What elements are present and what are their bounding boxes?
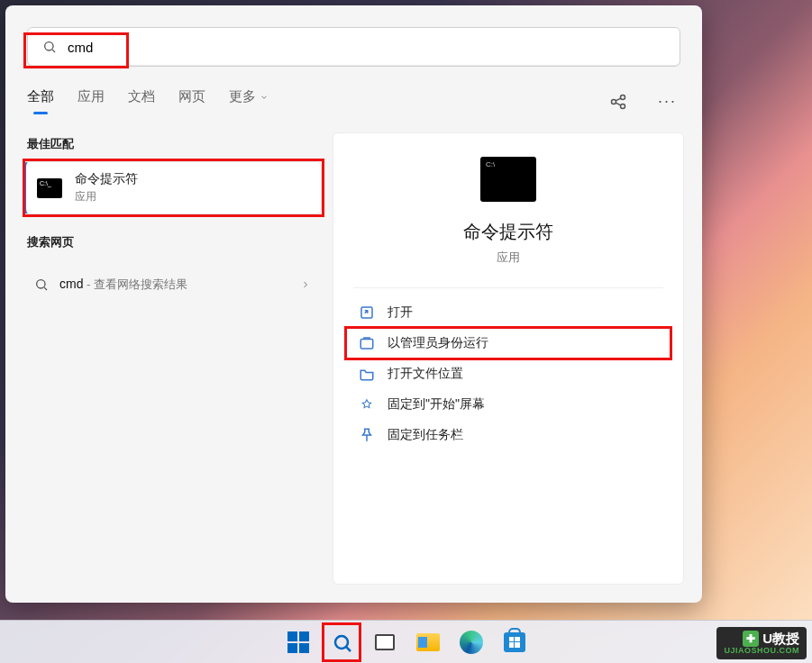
action-location-label: 打开文件位置 xyxy=(388,366,463,382)
svg-line-8 xyxy=(44,287,47,290)
action-run-as-admin[interactable]: 以管理员身份运行 xyxy=(353,328,663,359)
taskbar xyxy=(0,620,812,663)
store-icon xyxy=(504,632,525,652)
tab-web[interactable]: 网页 xyxy=(178,88,205,114)
watermark-badge-icon: ✚ xyxy=(743,631,759,647)
highlight-box-result xyxy=(23,159,324,217)
preview-pane: C:\ 命令提示符 应用 打开 以管理员身份运行 xyxy=(333,132,684,585)
edge-button[interactable] xyxy=(453,624,489,660)
action-open-label: 打开 xyxy=(388,304,413,321)
watermark-brand: U教授 xyxy=(762,631,799,647)
svg-point-0 xyxy=(45,42,53,50)
watermark-url: UJIAOSHOU.COM xyxy=(724,647,799,656)
best-match-result[interactable]: C:\_ 命令提示符 应用 xyxy=(23,161,322,214)
svg-point-12 xyxy=(335,636,348,649)
divider xyxy=(353,287,663,288)
tab-all[interactable]: 全部 xyxy=(27,88,54,114)
preview-app-icon: C:\ xyxy=(480,157,536,202)
web-result-text: cmd - 查看网络搜索结果 xyxy=(59,276,187,293)
result-title: 命令提示符 xyxy=(75,171,138,187)
edge-icon xyxy=(460,631,483,654)
tab-more[interactable]: 更多 xyxy=(229,88,269,114)
search-icon xyxy=(332,632,351,652)
tabs-row: 全部 应用 文档 网页 更多 ··· xyxy=(5,67,702,114)
pin-icon xyxy=(359,427,375,443)
task-view-icon xyxy=(375,634,395,650)
svg-line-6 xyxy=(616,103,621,105)
cmd-app-icon: C:\_ xyxy=(37,178,62,198)
file-explorer-button[interactable] xyxy=(410,624,446,660)
share-icon[interactable] xyxy=(606,89,631,114)
admin-icon xyxy=(359,335,375,351)
task-view-button[interactable] xyxy=(367,624,403,660)
action-pin-taskbar-label: 固定到任务栏 xyxy=(388,427,463,443)
folder-icon xyxy=(359,366,375,382)
store-button[interactable] xyxy=(497,624,533,660)
tab-apps[interactable]: 应用 xyxy=(78,88,105,114)
file-explorer-icon xyxy=(416,633,440,651)
web-query-text: cmd xyxy=(59,277,83,291)
start-button[interactable] xyxy=(280,624,316,660)
svg-rect-10 xyxy=(360,340,373,350)
action-open[interactable]: 打开 xyxy=(353,297,663,328)
action-pin-start-label: 固定到"开始"屏幕 xyxy=(388,396,485,413)
action-admin-label: 以管理员身份运行 xyxy=(388,335,488,351)
best-match-label: 最佳匹配 xyxy=(27,136,322,152)
preview-subtitle: 应用 xyxy=(497,250,520,266)
more-options-icon[interactable]: ··· xyxy=(654,88,680,114)
windows-logo-icon xyxy=(287,631,309,653)
pin-icon xyxy=(359,396,375,413)
search-icon xyxy=(42,40,57,54)
search-bar-container xyxy=(5,5,702,67)
watermark: ✚ U教授 UJIAOSHOU.COM xyxy=(716,627,807,659)
result-texts: 命令提示符 应用 xyxy=(75,171,138,204)
svg-point-2 xyxy=(611,99,616,104)
web-search-result[interactable]: cmd - 查看网络搜索结果 xyxy=(23,263,322,305)
result-subtitle: 应用 xyxy=(75,189,138,204)
search-input[interactable] xyxy=(68,40,665,55)
action-pin-start[interactable]: 固定到"开始"屏幕 xyxy=(353,389,663,420)
svg-point-7 xyxy=(37,279,45,287)
svg-point-4 xyxy=(620,104,625,108)
open-icon xyxy=(359,304,375,321)
preview-title: 命令提示符 xyxy=(463,220,553,244)
svg-point-3 xyxy=(620,95,625,99)
action-list: 打开 以管理员身份运行 打开文件位置 xyxy=(353,297,663,450)
results-column: 最佳匹配 C:\_ 命令提示符 应用 搜索网页 cmd - 查看网络搜索结果 xyxy=(23,132,322,585)
action-open-location[interactable]: 打开文件位置 xyxy=(353,359,663,389)
chevron-down-icon xyxy=(260,93,269,102)
tab-more-label: 更多 xyxy=(229,88,256,105)
svg-line-5 xyxy=(616,98,621,101)
chevron-right-icon xyxy=(300,279,311,290)
tab-documents[interactable]: 文档 xyxy=(128,88,155,114)
search-icon xyxy=(34,277,49,292)
action-pin-taskbar[interactable]: 固定到任务栏 xyxy=(353,420,663,450)
svg-line-1 xyxy=(52,50,55,52)
web-search-label: 搜索网页 xyxy=(27,234,322,250)
search-bar[interactable] xyxy=(27,27,680,67)
web-hint-text: - 查看网络搜索结果 xyxy=(83,277,187,291)
search-panel: 全部 应用 文档 网页 更多 ··· 最佳匹配 C:\_ 命令提示符 应用 xyxy=(5,5,702,603)
content-row: 最佳匹配 C:\_ 命令提示符 应用 搜索网页 cmd - 查看网络搜索结果 xyxy=(5,114,702,603)
svg-line-13 xyxy=(346,647,351,651)
taskbar-search-button[interactable] xyxy=(324,624,360,660)
